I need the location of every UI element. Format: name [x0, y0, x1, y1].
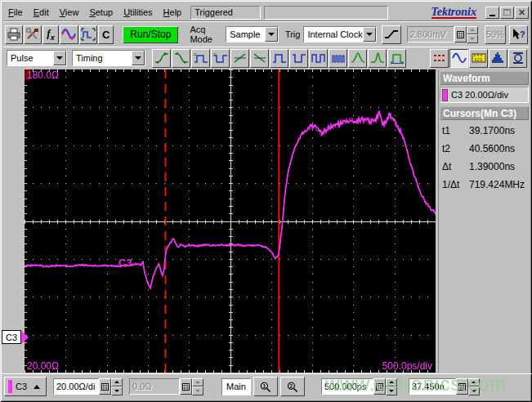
- pos-width-button[interactable]: F: [191, 49, 210, 68]
- measurements-display-button[interactable]: 123: [469, 49, 488, 68]
- pos-crossing-button[interactable]: [230, 49, 249, 68]
- pos-peak-button[interactable]: [348, 49, 367, 68]
- close-button[interactable]: ✕: [515, 7, 529, 19]
- menu-view[interactable]: View: [55, 6, 85, 19]
- acq-mode-select[interactable]: Sample: [226, 26, 279, 42]
- signal-shape-select[interactable]: Pulse: [7, 50, 67, 66]
- status-message-box: [264, 6, 388, 20]
- keypad-button[interactable]: [456, 378, 468, 395]
- pulse-define-button[interactable]: [79, 25, 97, 44]
- keypad-button[interactable]: [180, 378, 192, 395]
- magnifier-2-icon: 2: [286, 380, 299, 394]
- readout-row-dt: Δt1.39000ns: [440, 158, 529, 176]
- zoom-out-button[interactable]: 2: [280, 377, 305, 396]
- waveform-display-button[interactable]: [449, 49, 468, 68]
- fall-time-button[interactable]: [172, 49, 190, 68]
- chevron-down-icon[interactable]: [265, 27, 278, 42]
- spin-down-icon[interactable]: [192, 386, 203, 395]
- timebase-mode-box: Main: [221, 378, 251, 395]
- timebase-scale-spinner: [386, 378, 397, 395]
- horizontal-position-input[interactable]: 37.450n: [409, 378, 456, 395]
- display-area: 180.0Ω 20.00Ω 500.0ps/div C3 C3 Waveform…: [0, 69, 532, 373]
- menu-setup[interactable]: Setup: [84, 6, 118, 19]
- menu-bar: File Edit View Setup Utilities Help Trig…: [3, 4, 529, 21]
- menu-help[interactable]: Help: [159, 6, 188, 19]
- keypad-button[interactable]: [99, 378, 111, 395]
- waveform-colors-button[interactable]: [60, 25, 78, 44]
- trigger-source-select[interactable]: Internal Clock: [303, 26, 376, 42]
- neg-peak-button[interactable]: [368, 49, 387, 68]
- spin-down-icon[interactable]: [468, 386, 480, 395]
- zoom-in-button[interactable]: 1: [253, 377, 278, 396]
- vertical-scale-input[interactable]: 20.00Ω/di: [53, 378, 99, 395]
- channel-select-button[interactable]: C3: [4, 377, 47, 396]
- timebase-scale-control: 500.000ps: [321, 377, 397, 395]
- burst-width-button[interactable]: [329, 49, 347, 68]
- waveform-colors-icon: [61, 28, 77, 41]
- waveform-channel-row[interactable]: C3 20.00Ω/div: [440, 87, 529, 103]
- run-stop-button[interactable]: Run/Stop: [123, 26, 178, 43]
- measurement-toolbar: Pulse Timing F F 123: [3, 47, 529, 69]
- spin-down-icon[interactable]: [111, 386, 123, 395]
- readout-panel: Waveform C3 20.00Ω/div Cursors(Mn C3) t1…: [438, 69, 530, 373]
- clear-button[interactable]: C: [98, 25, 114, 44]
- trigger-slope-button[interactable]: [382, 25, 401, 44]
- spin-up-icon[interactable]: [386, 378, 397, 387]
- minimize-button[interactable]: [485, 7, 499, 19]
- chevron-down-icon[interactable]: [53, 51, 66, 65]
- readout-row-inv-dt: 1/Δt719.424MHz: [440, 176, 529, 194]
- tools-button[interactable]: [24, 25, 42, 44]
- mask-display-button[interactable]: [508, 49, 527, 68]
- set-50-percent-button[interactable]: 50%: [485, 25, 506, 44]
- timebase-scale-input[interactable]: 500.000ps: [321, 378, 373, 395]
- acq-mode-label: Acq Mode: [190, 25, 222, 44]
- neg-pulse-button[interactable]: [289, 49, 308, 68]
- pos-peak-icon: [351, 51, 365, 65]
- maximize-icon: [503, 9, 511, 16]
- flat-pulse-icon: [390, 51, 405, 65]
- ruler-123-icon: 123: [472, 51, 486, 65]
- measure-category-select[interactable]: Timing: [72, 50, 145, 66]
- spin-up-icon[interactable]: [468, 378, 480, 387]
- neg-crossing-button[interactable]: [250, 49, 269, 68]
- cursors-toggle-button[interactable]: [430, 49, 449, 68]
- keypad-icon: [457, 31, 464, 38]
- spin-up-icon[interactable]: [111, 378, 123, 387]
- pos-pulse-button[interactable]: [270, 49, 288, 68]
- channel-reference-marker[interactable]: C3: [2, 330, 29, 344]
- keypad-button[interactable]: [373, 378, 386, 395]
- menu-edit[interactable]: Edit: [29, 6, 55, 19]
- keypad-button[interactable]: [454, 26, 467, 42]
- neg-width-button[interactable]: F: [211, 49, 230, 68]
- rise-time-button[interactable]: [152, 49, 171, 68]
- svg-text:123: 123: [474, 57, 483, 62]
- scope-canvas[interactable]: [25, 69, 436, 373]
- chevron-down-icon[interactable]: [132, 51, 145, 65]
- spin-up-icon[interactable]: [192, 378, 203, 387]
- print-icon: [7, 28, 21, 41]
- spin-up-icon[interactable]: [467, 26, 478, 35]
- cursors-icon: [432, 51, 447, 65]
- svg-text:2: 2: [289, 382, 293, 388]
- timebase-label: 500.0ps/div: [382, 360, 432, 372]
- menu-file[interactable]: File: [3, 6, 29, 19]
- tektronix-logo: Tektronix: [431, 7, 477, 19]
- context-help-button[interactable]: ?: [509, 25, 528, 44]
- chevron-down-icon[interactable]: [363, 27, 376, 42]
- readout-row-t1: t139.1700ns: [440, 122, 529, 140]
- waveform-graticule[interactable]: 180.0Ω 20.00Ω 500.0ps/div C3: [25, 69, 436, 373]
- rising-slope-icon: [383, 29, 400, 40]
- histogram-display-button[interactable]: [489, 49, 507, 68]
- menu-utilities[interactable]: Utilities: [118, 6, 158, 19]
- maximize-button[interactable]: [500, 7, 514, 19]
- math-fx-button[interactable]: fx: [42, 25, 59, 44]
- keypad-icon: [376, 383, 383, 391]
- popup-arrow-icon: [34, 385, 40, 389]
- spin-down-icon[interactable]: [467, 34, 478, 43]
- spin-down-icon[interactable]: [386, 386, 397, 395]
- trigger-level-input[interactable]: 2.800mV: [407, 26, 454, 42]
- period-button[interactable]: [309, 49, 328, 68]
- print-button[interactable]: [5, 25, 23, 44]
- flat-pulse-button[interactable]: [387, 49, 406, 68]
- vertical-offset-input[interactable]: 0.0Ω: [129, 378, 180, 395]
